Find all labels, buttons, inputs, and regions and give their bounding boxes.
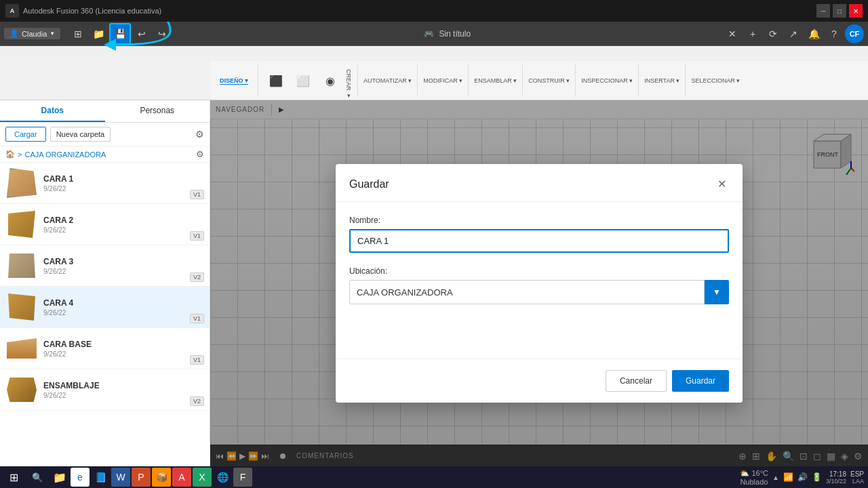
inspeccionar-label[interactable]: INSPECCIONAR ▾	[581, 77, 633, 84]
modal-overlay[interactable]: Guardar ✕ Nombre: Ubicación: ▼	[210, 100, 868, 466]
redo-icon[interactable]: ↪	[153, 24, 172, 43]
start-button[interactable]: ⊞	[0, 466, 27, 488]
folder-icon[interactable]: 📁	[89, 24, 108, 43]
file-info: CARA 2 9/26/22	[43, 216, 204, 234]
file-info: CARA BASE 9/26/22	[43, 340, 204, 358]
file-version[interactable]: V1	[190, 231, 204, 241]
guardar-button[interactable]: Guardar	[672, 370, 729, 392]
file-date: 9/26/22	[43, 309, 204, 317]
taskbar-time: 17:18 3/10/22	[826, 470, 846, 485]
crear-extrude[interactable]: ⬜	[291, 71, 315, 90]
home-icon[interactable]: 🏠	[5, 150, 15, 159]
automatizar-label[interactable]: AUTOMATIZAR ▾	[363, 77, 412, 84]
taskbar-app-fusion[interactable]: F	[233, 468, 252, 487]
user-icon: 👤	[9, 29, 19, 38]
file-date: 9/26/22	[43, 350, 204, 358]
ubicacion-dropdown-button[interactable]: ▼	[705, 280, 729, 304]
file-version[interactable]: V1	[190, 355, 204, 365]
list-item[interactable]: CARA 1 9/26/22 V1	[0, 163, 210, 204]
list-item[interactable]: CARA 3 9/26/22 V2	[0, 245, 210, 287]
cara1-thumb	[7, 168, 37, 198]
dropdown-icon: ▼	[713, 287, 721, 297]
home-icon[interactable]: ⊞	[68, 24, 87, 43]
taskbar-sound-icon[interactable]: 🔊	[797, 472, 808, 482]
file-thumbnail	[5, 373, 38, 406]
taskbar-app-word[interactable]: W	[111, 468, 130, 487]
share-icon[interactable]: ↗	[784, 24, 803, 43]
tab-personas[interactable]: Personas	[105, 100, 210, 122]
list-item[interactable]: CARA 4 9/26/22 V1	[0, 287, 210, 328]
sidebar-tabs: Datos Personas	[0, 100, 210, 123]
list-item[interactable]: CARA BASE 9/26/22 V1	[0, 328, 210, 369]
nueva-carpeta-button[interactable]: Nueva carpeta	[50, 127, 111, 142]
breadcrumb-settings-icon[interactable]: ⚙	[196, 149, 204, 159]
ubicacion-label: Ubicación:	[349, 266, 729, 276]
modificar-label[interactable]: MODIFICAR ▾	[423, 77, 462, 84]
file-name: ENSAMBLAJE	[43, 381, 204, 390]
file-info: CARA 4 9/26/22	[43, 298, 204, 317]
file-version[interactable]: V2	[190, 396, 204, 406]
crear-revolve[interactable]: ◉	[318, 71, 342, 90]
file-info: CARA 1 9/26/22	[43, 174, 204, 192]
insertar-label[interactable]: INSERTAR ▾	[644, 77, 679, 84]
file-thumbnail	[5, 332, 38, 365]
taskbar-apps: 📁 e 📘 W P 📦 A X 🌐 F	[50, 468, 252, 487]
taskbar-battery-icon[interactable]: 🔋	[812, 472, 822, 482]
nombre-input[interactable]	[349, 229, 729, 253]
taskbar-sys: ⛅ 16°CNublado ▲ 📶 🔊 🔋 17:18 3/10/22 ESP …	[740, 469, 868, 486]
taskbar-tray-up[interactable]: ▲	[772, 474, 779, 481]
tab-datos[interactable]: Datos	[0, 100, 105, 122]
menu-bar: 👤 Claudia ▼ ⊞ 📁 💾 ↩ ↪ 🎮 Sin título ✕ + ⟳…	[0, 22, 868, 46]
taskbar-app-teams[interactable]: 📘	[91, 468, 110, 487]
list-item[interactable]: ENSAMBLAJE 9/26/22 V2	[0, 369, 210, 411]
notification-icon[interactable]: 🔔	[804, 24, 823, 43]
taskbar-app-access[interactable]: A	[172, 468, 191, 487]
file-thumbnail	[5, 291, 38, 323]
modal-close-button[interactable]: ✕	[715, 175, 729, 193]
list-item[interactable]: CARA 2 9/26/22 V1	[0, 204, 210, 245]
file-version[interactable]: V1	[190, 190, 204, 199]
ubicacion-field[interactable]	[349, 280, 705, 304]
search-button[interactable]: 🔍	[27, 466, 47, 488]
cargar-button[interactable]: Cargar	[5, 127, 46, 142]
taskbar-app-powerpoint[interactable]: P	[132, 468, 151, 487]
minimize-button[interactable]: ─	[816, 4, 830, 18]
close-button[interactable]: ✕	[849, 4, 863, 18]
taskbar-app-files[interactable]: 📁	[50, 468, 69, 487]
viewport-title-icon: 🎮	[424, 29, 434, 39]
undo-icon[interactable]: ↩	[132, 24, 151, 43]
taskbar-app-edge[interactable]: e	[71, 468, 90, 487]
file-version[interactable]: V2	[190, 272, 204, 282]
ubicacion-row: ▼	[349, 280, 729, 304]
user-avatar[interactable]: CF	[845, 24, 864, 43]
cancel-button[interactable]: Cancelar	[606, 370, 667, 392]
taskbar-app-excel[interactable]: X	[193, 468, 212, 487]
refresh-icon[interactable]: ⟳	[764, 24, 783, 43]
taskbar-app-archive[interactable]: 📦	[152, 468, 171, 487]
file-version[interactable]: V1	[190, 314, 204, 323]
save-button[interactable]: 💾	[109, 23, 131, 45]
file-name: CARA 4	[43, 298, 204, 308]
diseño-dropdown[interactable]: DISEÑO ▾	[216, 76, 252, 86]
settings-icon[interactable]: ⚙	[195, 129, 204, 140]
file-name: CARA BASE	[43, 340, 204, 349]
file-thumbnail	[5, 208, 38, 241]
construir-label[interactable]: CONSTRUIR ▾	[528, 77, 570, 84]
user-menu[interactable]: 👤 Claudia ▼	[4, 28, 60, 39]
seleccionar-label[interactable]: SELECCIONAR ▾	[691, 77, 740, 84]
taskbar-network-icon[interactable]: 📶	[783, 472, 793, 482]
ensamblar-label[interactable]: ENSAMBLAR ▾	[474, 77, 517, 84]
maximize-button[interactable]: □	[833, 4, 846, 18]
taskbar-weather[interactable]: ⛅ 16°CNublado	[740, 469, 768, 486]
new-tab-icon[interactable]: +	[743, 24, 762, 43]
carabase-thumb	[7, 338, 37, 359]
crear-new-body[interactable]: ⬛	[264, 71, 288, 90]
taskbar-app-chrome[interactable]: 🌐	[213, 468, 232, 487]
close-file-icon[interactable]: ✕	[723, 24, 742, 43]
modal-footer: Cancelar Guardar	[336, 359, 743, 403]
file-info: ENSAMBLAJE 9/26/22	[43, 381, 204, 399]
viewport[interactable]: NAVEGADOR ▶ FRONT Guardar	[210, 100, 868, 466]
sidebar-actions: Cargar Nueva carpeta ⚙	[0, 123, 210, 146]
help-icon[interactable]: ?	[825, 24, 844, 43]
file-date: 9/26/22	[43, 226, 204, 234]
